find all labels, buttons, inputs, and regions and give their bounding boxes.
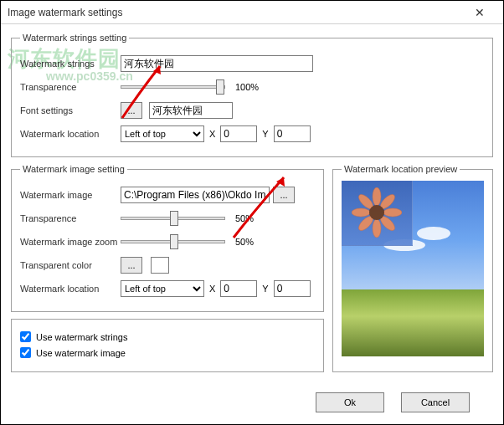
y-input[interactable] xyxy=(274,125,311,142)
img-transparence-label: Transparence xyxy=(20,213,121,223)
transparence-label: Transparence xyxy=(20,82,121,92)
browse-button[interactable]: ... xyxy=(273,187,295,203)
img-transparence-slider[interactable] xyxy=(121,217,225,220)
svg-point-4 xyxy=(383,208,402,217)
strings-group: Watermark strings setting Watermark stri… xyxy=(11,33,493,157)
image-label: Watermark image xyxy=(20,190,121,200)
zoom-slider[interactable] xyxy=(121,240,225,243)
color-label: Transparent color xyxy=(20,260,121,270)
x-label: X xyxy=(209,129,215,139)
ok-button[interactable]: Ok xyxy=(316,392,384,412)
preview-image xyxy=(342,181,484,356)
window-title: Image watermark settings xyxy=(8,7,122,18)
use-image-checkbox[interactable] xyxy=(20,347,31,358)
img-location-select[interactable]: Left of top xyxy=(121,280,204,297)
img-y-label: Y xyxy=(262,284,268,294)
location-select[interactable]: Left of top xyxy=(121,125,204,142)
transparence-slider[interactable] xyxy=(121,85,225,89)
svg-point-1 xyxy=(373,187,381,206)
strings-input[interactable] xyxy=(121,55,313,72)
titlebar: Image watermark settings ✕ xyxy=(1,1,503,24)
image-group: Watermark image setting Watermark image … xyxy=(11,164,324,312)
zoom-label: Watermark image zoom xyxy=(20,237,121,247)
use-strings-checkbox[interactable] xyxy=(20,331,31,342)
color-button[interactable]: ... xyxy=(121,257,142,274)
img-location-label: Watermark location xyxy=(20,284,121,294)
preview-legend: Watermark location preview xyxy=(342,164,460,174)
y-label: Y xyxy=(262,129,268,139)
cancel-button[interactable]: Cancel xyxy=(401,392,470,412)
close-button[interactable]: ✕ xyxy=(463,1,496,24)
transparence-value: 100% xyxy=(235,82,259,92)
img-x-input[interactable] xyxy=(220,280,257,297)
font-button[interactable]: ... xyxy=(121,102,142,119)
x-input[interactable] xyxy=(220,125,257,142)
svg-point-2 xyxy=(373,219,381,238)
location-label: Watermark location xyxy=(20,129,121,139)
color-swatch xyxy=(151,257,169,274)
use-strings-label: Use watermark strings xyxy=(36,332,127,342)
zoom-value: 50% xyxy=(235,237,254,247)
strings-label: Watermark strings xyxy=(20,59,121,69)
img-y-input[interactable] xyxy=(274,280,311,297)
image-path-input[interactable] xyxy=(121,187,270,203)
strings-legend: Watermark strings setting xyxy=(20,33,129,43)
use-image-label: Use watermark image xyxy=(36,348,126,358)
options-group: Use watermark strings Use watermark imag… xyxy=(11,319,324,372)
svg-point-9 xyxy=(369,205,384,220)
watermark-overlay xyxy=(342,181,413,246)
svg-point-3 xyxy=(352,208,370,217)
img-transparence-value: 50% xyxy=(235,213,254,223)
font-label: Font settings xyxy=(20,105,121,115)
img-x-label: X xyxy=(209,284,215,294)
preview-group: Watermark location preview xyxy=(332,164,493,372)
image-legend: Watermark image setting xyxy=(20,164,127,174)
font-sample[interactable] xyxy=(149,102,233,119)
